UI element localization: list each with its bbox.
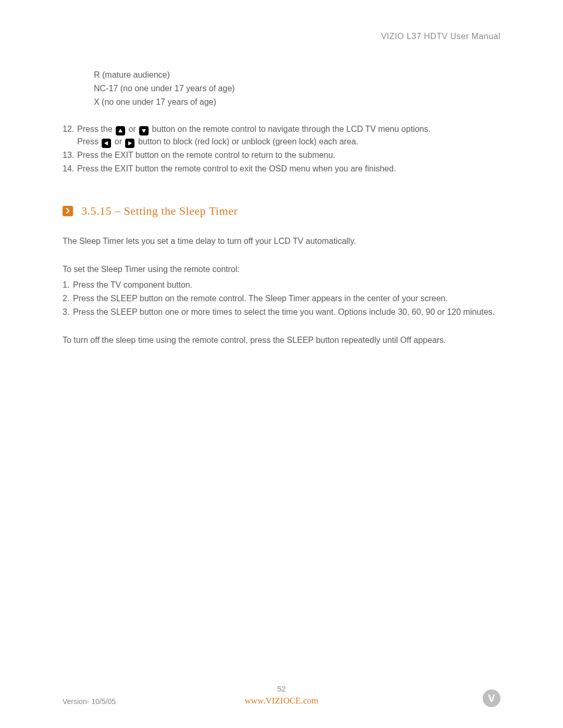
- text: Press: [77, 137, 101, 146]
- text: or: [115, 137, 125, 146]
- text: or: [128, 125, 138, 133]
- list-number: 12.: [63, 123, 77, 135]
- list-body: Press the TV component button.: [73, 279, 500, 291]
- list-item: 1. Press the TV component button.: [63, 279, 500, 291]
- page-number: 52: [0, 683, 563, 695]
- chevron-bullet-icon: [63, 206, 73, 216]
- list-body: Press the SLEEP button on the remote con…: [73, 292, 500, 305]
- list-body: Press the or button on the remote contro…: [77, 123, 500, 148]
- left-arrow-icon: [102, 139, 111, 148]
- ordered-list: 1. Press the TV component button. 2. Pre…: [63, 279, 500, 318]
- list-item: 3. Press the SLEEP button one or more ti…: [63, 306, 500, 318]
- text: button on the remote control to navigate…: [152, 125, 431, 133]
- ratings-block: R (mature audience) NC-17 (no one under …: [63, 69, 500, 108]
- list-number: 2.: [63, 292, 73, 305]
- down-arrow-icon: [139, 126, 149, 135]
- list-body: Press the EXIT button the remote control…: [77, 163, 500, 175]
- paragraph: The Sleep Timer lets you set a time dela…: [63, 235, 500, 248]
- list-number: 14.: [63, 163, 77, 175]
- rating-line: NC-17 (no one under 17 years of age): [94, 82, 500, 95]
- list-number: 3.: [63, 306, 73, 318]
- list-body: Press the EXIT button on the remote cont…: [77, 149, 500, 162]
- text: button to block (red lock) or unblock (g…: [138, 137, 358, 146]
- svg-marker-1: [142, 129, 146, 133]
- paragraph: To set the Sleep Timer using the remote …: [63, 263, 500, 276]
- section-title: 3.5.15 – Setting the Sleep Timer: [81, 202, 238, 219]
- list-number: 13.: [63, 149, 77, 162]
- list-body: Press the SLEEP button one or more times…: [73, 306, 500, 318]
- list-number: 1.: [63, 279, 73, 291]
- rating-line: R (mature audience): [94, 69, 500, 81]
- list-item: 2. Press the SLEEP button on the remote …: [63, 292, 500, 305]
- list-item: 14. Press the EXIT button the remote con…: [63, 163, 500, 175]
- rating-line: X (no one under 17 years of age): [94, 96, 500, 108]
- vizio-badge-icon: V: [483, 689, 500, 707]
- list-item: 13. Press the EXIT button on the remote …: [63, 149, 500, 162]
- text: Press the: [77, 125, 115, 133]
- instruction-list-continued: 12. Press the or button on the remote co…: [63, 123, 500, 175]
- up-arrow-icon: [116, 126, 125, 135]
- list-item: 12. Press the or button on the remote co…: [63, 123, 500, 148]
- section-heading: 3.5.15 – Setting the Sleep Timer: [63, 202, 500, 219]
- svg-marker-0: [118, 129, 123, 132]
- svg-marker-2: [104, 141, 108, 145]
- page-footer: Version- 10/5/05 52 www.VIZIOCE.com V: [0, 689, 563, 707]
- paragraph: To turn off the sleep time using the rem…: [63, 334, 500, 347]
- right-arrow-icon: [125, 139, 134, 148]
- page-header: VIZIO L37 HDTV User Manual: [63, 30, 500, 43]
- svg-marker-3: [128, 141, 132, 145]
- footer-version: Version- 10/5/05: [63, 696, 136, 707]
